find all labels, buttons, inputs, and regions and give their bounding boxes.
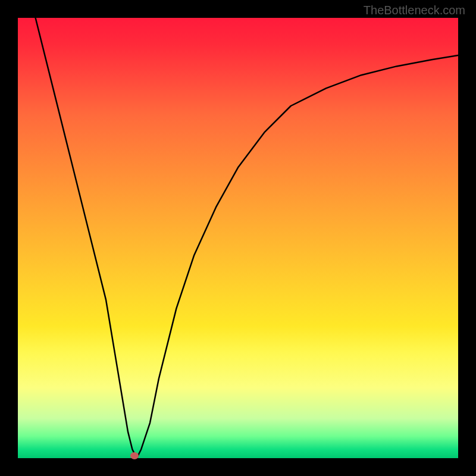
curve-svg [18, 18, 458, 458]
watermark-text: TheBottleneck.com [364, 4, 465, 17]
bottleneck-curve-line [36, 18, 458, 458]
optimum-marker [130, 452, 139, 459]
bottleneck-chart [18, 18, 458, 458]
